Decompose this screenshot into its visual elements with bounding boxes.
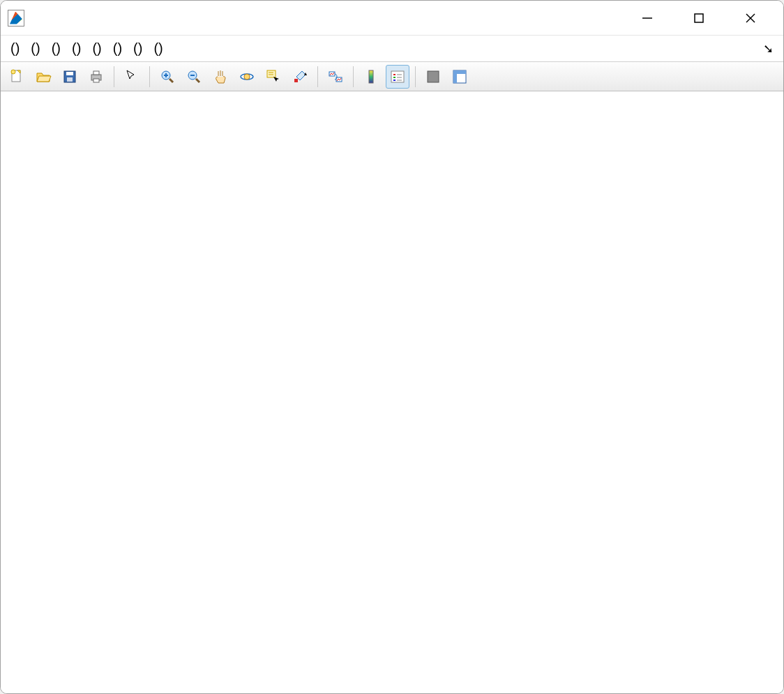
print-button[interactable] xyxy=(84,65,108,89)
edit-plot-button[interactable] xyxy=(120,65,144,89)
menu-help[interactable]: () xyxy=(153,40,163,56)
zoom-out-button[interactable] xyxy=(182,65,206,89)
menu-insert[interactable]: () xyxy=(72,40,81,56)
matlab-icon xyxy=(8,10,24,27)
svg-rect-29 xyxy=(369,70,373,83)
svg-rect-25 xyxy=(294,79,298,82)
menu-desktop[interactable]: () xyxy=(113,40,122,56)
maximize-button[interactable] xyxy=(686,5,712,31)
menubar: () () () () () () () () ➘ xyxy=(1,36,783,62)
titlebar xyxy=(1,1,783,36)
show-plot-tools-button[interactable] xyxy=(448,65,472,89)
menu-edit[interactable]: () xyxy=(31,40,40,56)
svg-rect-1 xyxy=(695,14,703,22)
close-button[interactable] xyxy=(737,5,764,31)
link-button[interactable] xyxy=(324,65,347,89)
svg-rect-39 xyxy=(453,70,466,74)
svg-rect-37 xyxy=(428,71,439,82)
insert-legend-button[interactable] xyxy=(386,65,409,89)
hide-plot-tools-button[interactable] xyxy=(421,65,445,89)
svg-rect-22 xyxy=(267,70,276,77)
svg-rect-12 xyxy=(93,79,99,82)
toolbar-separator xyxy=(149,66,150,87)
toolbar-separator xyxy=(353,66,354,87)
menu-window[interactable]: () xyxy=(133,40,142,56)
axes[interactable] xyxy=(1,91,783,691)
brush-button[interactable] xyxy=(288,65,312,89)
toolbar-separator xyxy=(114,66,114,87)
svg-line-16 xyxy=(169,79,173,82)
svg-rect-40 xyxy=(453,74,457,83)
zoom-in-button[interactable] xyxy=(156,65,179,89)
window-controls xyxy=(634,5,776,31)
figure-window: () () () () () () () () ➘ xyxy=(0,0,784,694)
dock-arrow-icon[interactable]: ➘ xyxy=(763,41,774,56)
open-button[interactable] xyxy=(31,65,55,89)
menu-tools[interactable]: () xyxy=(92,40,101,56)
new-figure-button[interactable] xyxy=(5,65,29,89)
toolbar-separator xyxy=(317,66,318,87)
pan-button[interactable] xyxy=(209,65,232,89)
svg-rect-11 xyxy=(93,71,99,75)
toolbar xyxy=(1,62,783,91)
menu-view[interactable]: () xyxy=(52,40,61,56)
svg-rect-8 xyxy=(66,72,73,75)
svg-rect-9 xyxy=(67,77,73,82)
svg-point-6 xyxy=(11,70,15,74)
figure-area[interactable] xyxy=(1,91,783,693)
data-cursor-button[interactable] xyxy=(262,65,285,89)
insert-colorbar-button[interactable] xyxy=(359,65,383,89)
minimize-button[interactable] xyxy=(634,5,661,31)
toolbar-separator xyxy=(415,66,416,87)
svg-line-19 xyxy=(196,79,199,82)
svg-rect-30 xyxy=(391,71,404,82)
svg-point-21 xyxy=(244,74,250,80)
rotate-3d-button[interactable] xyxy=(235,65,259,89)
menu-file[interactable]: () xyxy=(10,40,20,56)
save-button[interactable] xyxy=(58,65,82,89)
